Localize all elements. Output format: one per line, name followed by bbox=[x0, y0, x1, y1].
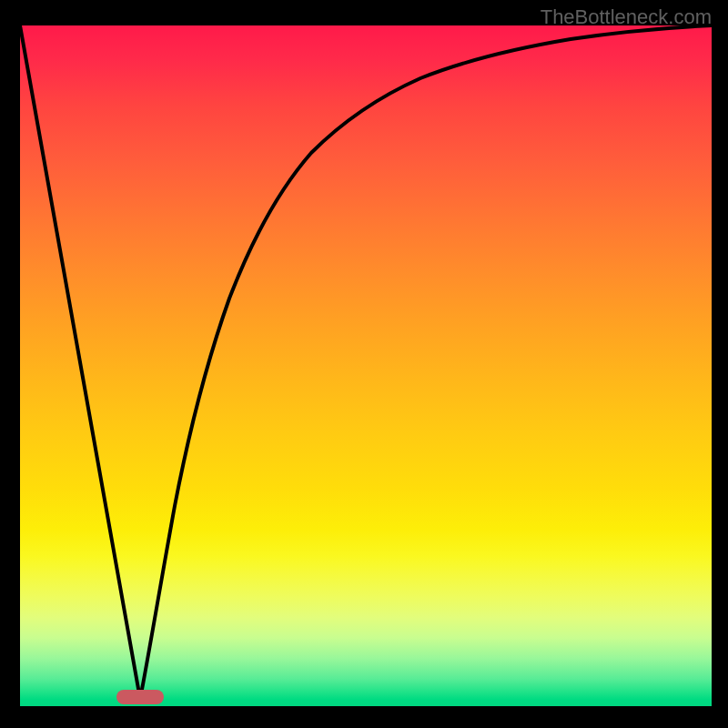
chart-area bbox=[20, 25, 712, 706]
bottleneck-curve bbox=[20, 25, 712, 706]
watermark-text: TheBottleneck.com bbox=[541, 5, 712, 29]
optimal-marker bbox=[116, 690, 164, 704]
curve-path bbox=[20, 25, 712, 699]
